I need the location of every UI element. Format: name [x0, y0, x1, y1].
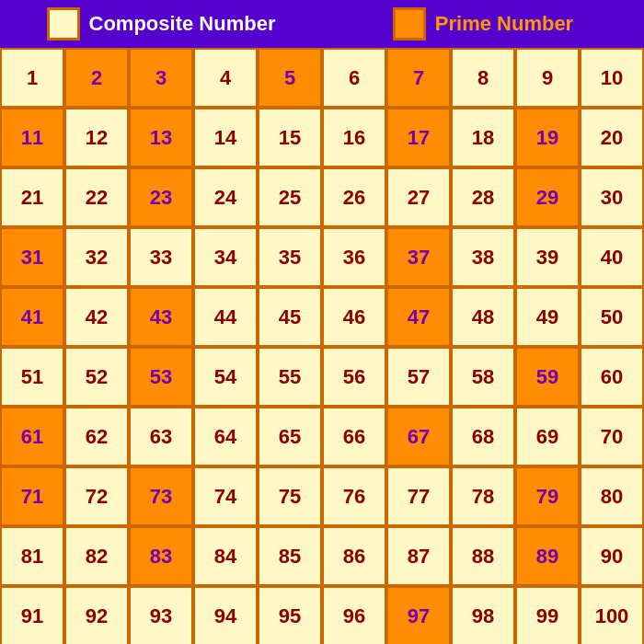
cell-25: 25	[258, 167, 322, 227]
cell-26: 26	[322, 167, 386, 227]
cell-76: 76	[322, 466, 386, 526]
number-grid: 1234567891011121314151617181920212223242…	[0, 48, 644, 644]
cell-36: 36	[322, 227, 386, 287]
cell-75: 75	[258, 466, 322, 526]
cell-85: 85	[258, 526, 322, 586]
cell-18: 18	[451, 108, 515, 167]
cell-93: 93	[129, 586, 193, 644]
cell-86: 86	[322, 526, 386, 586]
cell-91: 91	[0, 586, 64, 644]
cell-54: 54	[193, 347, 258, 407]
prime-label: Prime Number	[435, 12, 573, 36]
cell-21: 21	[0, 167, 64, 227]
cell-84: 84	[193, 526, 258, 586]
cell-16: 16	[322, 108, 386, 167]
cell-49: 49	[515, 287, 580, 347]
cell-80: 80	[580, 466, 644, 526]
cell-5: 5	[258, 48, 322, 108]
cell-70: 70	[580, 407, 644, 466]
composite-label: Composite Number	[89, 12, 276, 36]
cell-17: 17	[386, 108, 451, 167]
cell-56: 56	[322, 347, 386, 407]
cell-45: 45	[258, 287, 322, 347]
cell-38: 38	[451, 227, 515, 287]
cell-24: 24	[193, 167, 258, 227]
cell-66: 66	[322, 407, 386, 466]
cell-68: 68	[451, 407, 515, 466]
cell-48: 48	[451, 287, 515, 347]
cell-88: 88	[451, 526, 515, 586]
composite-box	[47, 7, 80, 40]
cell-100: 100	[580, 586, 644, 644]
cell-82: 82	[64, 526, 129, 586]
prime-legend: Prime Number	[322, 7, 644, 40]
cell-55: 55	[258, 347, 322, 407]
cell-19: 19	[515, 108, 580, 167]
cell-52: 52	[64, 347, 129, 407]
cell-92: 92	[64, 586, 129, 644]
cell-7: 7	[386, 48, 451, 108]
cell-64: 64	[193, 407, 258, 466]
cell-4: 4	[193, 48, 258, 108]
cell-63: 63	[129, 407, 193, 466]
cell-15: 15	[258, 108, 322, 167]
cell-12: 12	[64, 108, 129, 167]
cell-97: 97	[386, 586, 451, 644]
cell-87: 87	[386, 526, 451, 586]
cell-8: 8	[451, 48, 515, 108]
cell-47: 47	[386, 287, 451, 347]
cell-78: 78	[451, 466, 515, 526]
composite-legend: Composite Number	[0, 7, 322, 40]
cell-98: 98	[451, 586, 515, 644]
cell-89: 89	[515, 526, 580, 586]
cell-35: 35	[258, 227, 322, 287]
cell-79: 79	[515, 466, 580, 526]
cell-13: 13	[129, 108, 193, 167]
cell-32: 32	[64, 227, 129, 287]
cell-34: 34	[193, 227, 258, 287]
cell-77: 77	[386, 466, 451, 526]
cell-39: 39	[515, 227, 580, 287]
cell-72: 72	[64, 466, 129, 526]
cell-53: 53	[129, 347, 193, 407]
legend: Composite Number Prime Number	[0, 0, 644, 48]
cell-81: 81	[0, 526, 64, 586]
cell-69: 69	[515, 407, 580, 466]
cell-59: 59	[515, 347, 580, 407]
cell-20: 20	[580, 108, 644, 167]
cell-90: 90	[580, 526, 644, 586]
cell-33: 33	[129, 227, 193, 287]
cell-44: 44	[193, 287, 258, 347]
cell-61: 61	[0, 407, 64, 466]
cell-11: 11	[0, 108, 64, 167]
cell-30: 30	[580, 167, 644, 227]
cell-9: 9	[515, 48, 580, 108]
cell-50: 50	[580, 287, 644, 347]
cell-6: 6	[322, 48, 386, 108]
cell-40: 40	[580, 227, 644, 287]
cell-60: 60	[580, 347, 644, 407]
cell-58: 58	[451, 347, 515, 407]
cell-2: 2	[64, 48, 129, 108]
cell-43: 43	[129, 287, 193, 347]
cell-65: 65	[258, 407, 322, 466]
cell-51: 51	[0, 347, 64, 407]
cell-22: 22	[64, 167, 129, 227]
cell-99: 99	[515, 586, 580, 644]
cell-10: 10	[580, 48, 644, 108]
cell-46: 46	[322, 287, 386, 347]
cell-83: 83	[129, 526, 193, 586]
cell-41: 41	[0, 287, 64, 347]
cell-62: 62	[64, 407, 129, 466]
cell-1: 1	[0, 48, 64, 108]
cell-3: 3	[129, 48, 193, 108]
cell-42: 42	[64, 287, 129, 347]
cell-73: 73	[129, 466, 193, 526]
cell-74: 74	[193, 466, 258, 526]
cell-95: 95	[258, 586, 322, 644]
cell-37: 37	[386, 227, 451, 287]
cell-23: 23	[129, 167, 193, 227]
cell-29: 29	[515, 167, 580, 227]
cell-28: 28	[451, 167, 515, 227]
cell-94: 94	[193, 586, 258, 644]
